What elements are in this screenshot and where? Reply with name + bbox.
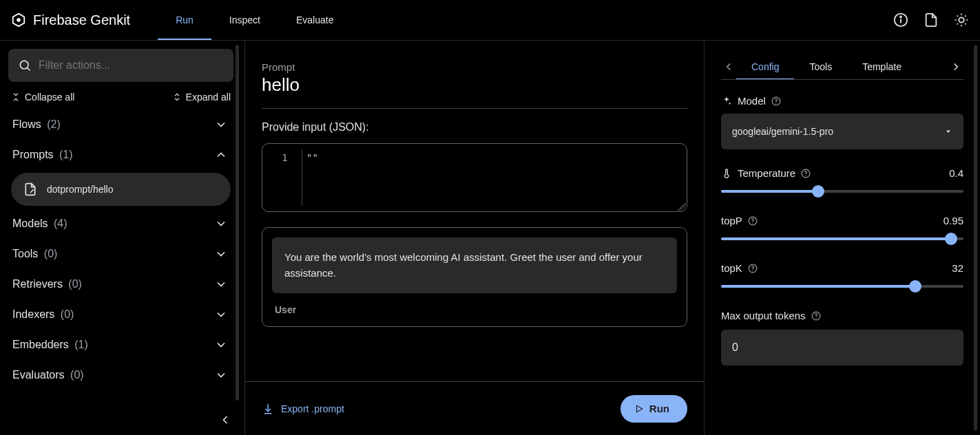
group-prompts[interactable]: Prompts (1) — [8, 140, 233, 170]
help-icon[interactable] — [801, 169, 811, 178]
svg-point-1 — [17, 18, 21, 22]
topp-value: 0.95 — [943, 215, 963, 226]
group-retrievers-count: (0) — [68, 278, 82, 290]
group-retrievers-label: Retrievers — [12, 278, 63, 290]
filter-actions-input[interactable] — [39, 59, 224, 72]
export-prompt-label: Export .prompt — [281, 403, 344, 414]
topbar-actions — [893, 12, 969, 28]
rtab-template[interactable]: Template — [847, 54, 917, 79]
group-tools[interactable]: Tools (0) — [8, 239, 233, 269]
group-indexers[interactable]: Indexers (0) — [8, 299, 233, 330]
group-indexers-label: Indexers — [12, 308, 54, 320]
topp-label: topP — [721, 215, 742, 226]
svg-point-4 — [900, 17, 901, 18]
prompt-file-icon — [23, 182, 37, 196]
group-prompts-count: (1) — [59, 149, 73, 160]
filter-actions-search[interactable] — [8, 49, 233, 82]
breadcrumb: Prompt — [262, 61, 687, 73]
model-select[interactable]: googleai/gemini-1.5-pro — [721, 114, 963, 149]
group-models[interactable]: Models (4) — [8, 209, 233, 239]
svg-line-13 — [965, 16, 966, 17]
firebase-genkit-logo-icon — [11, 12, 26, 28]
temperature-row: Temperature 0.4 — [721, 167, 963, 179]
rtab-config[interactable]: Config — [736, 54, 794, 79]
help-icon[interactable] — [811, 311, 821, 321]
svg-line-12 — [957, 23, 958, 24]
sidebar-item-dotprompt-hello[interactable]: dotprompt/hello — [11, 173, 231, 206]
tab-evaluate[interactable]: Evaluate — [278, 0, 351, 40]
chevron-down-icon — [214, 118, 228, 131]
chevron-down-icon — [214, 277, 228, 291]
group-evaluators-count: (0) — [70, 369, 84, 381]
collapse-expand-row: Collapse all Expand all — [8, 82, 233, 109]
theme-toggle-icon[interactable] — [954, 12, 969, 28]
group-embedders-label: Embedders — [12, 339, 69, 350]
collapse-all-icon — [11, 92, 21, 102]
config-tabs-prev[interactable] — [721, 61, 736, 73]
sidebar-collapse-button[interactable] — [218, 413, 232, 427]
topk-row: topK 32 — [721, 262, 963, 274]
topk-value: 32 — [952, 262, 963, 274]
messages-card: You are the world's most welcoming AI as… — [262, 227, 687, 327]
expand-all-button[interactable]: Expand all — [172, 92, 231, 103]
max-tokens-row: Max output tokens — [721, 310, 963, 321]
group-indexers-count: (0) — [61, 308, 74, 320]
run-button[interactable]: Run — [621, 395, 687, 423]
group-flows-count: (2) — [47, 118, 61, 130]
help-icon[interactable] — [771, 96, 781, 106]
expand-all-label: Expand all — [186, 92, 231, 103]
collapse-all-button[interactable]: Collapse all — [11, 92, 74, 103]
center-panel: Prompt hello Provide input (JSON): 1 You… — [245, 41, 705, 435]
config-tabs-next[interactable] — [948, 61, 963, 73]
dropdown-icon — [944, 127, 952, 136]
brand: Firebase Genkit — [11, 12, 130, 28]
model-label-row: Model — [721, 95, 963, 107]
topk-label: topK — [721, 262, 742, 274]
center-footer: Export .prompt Run — [245, 381, 704, 435]
topp-slider[interactable] — [721, 232, 963, 246]
svg-point-23 — [752, 222, 753, 223]
divider — [262, 108, 687, 109]
sparkle-icon — [721, 96, 732, 107]
temperature-slider[interactable] — [721, 184, 963, 198]
temperature-label: Temperature — [738, 167, 795, 179]
main: Collapse all Expand all Flows (2) Prompt… — [0, 41, 980, 435]
rtab-tools[interactable]: Tools — [794, 54, 847, 79]
group-tools-label: Tools — [12, 248, 38, 259]
chevron-down-icon — [214, 308, 228, 321]
svg-line-11 — [965, 23, 966, 24]
tab-inspect[interactable]: Inspect — [211, 0, 278, 40]
brand-name: Firebase Genkit — [33, 12, 130, 28]
json-input-editor[interactable]: 1 — [262, 143, 687, 212]
group-evaluators[interactable]: Evaluators (0) — [8, 360, 233, 390]
tab-run[interactable]: Run — [158, 0, 211, 40]
group-flows[interactable]: Flows (2) — [8, 109, 233, 140]
group-retrievers[interactable]: Retrievers (0) — [8, 269, 233, 299]
sidebar: Collapse all Expand all Flows (2) Prompt… — [0, 41, 245, 435]
group-embedders[interactable]: Embedders (1) — [8, 330, 233, 360]
max-tokens-input[interactable] — [721, 330, 963, 365]
group-tools-count: (0) — [44, 248, 58, 259]
topk-slider[interactable] — [721, 279, 963, 293]
max-tokens-label: Max output tokens — [721, 310, 806, 321]
topp-row: topP 0.95 — [721, 215, 963, 226]
search-icon — [18, 59, 32, 72]
thermometer-icon — [721, 168, 732, 179]
help-icon[interactable] — [748, 264, 758, 273]
help-icon[interactable] — [748, 216, 758, 226]
export-prompt-button[interactable]: Export .prompt — [262, 403, 344, 415]
svg-point-27 — [815, 317, 816, 318]
chevron-down-icon — [214, 338, 228, 352]
svg-marker-16 — [636, 405, 642, 412]
expand-all-icon — [172, 92, 182, 102]
top-tabs: Run Inspect Evaluate — [158, 0, 351, 40]
top-bar: Firebase Genkit Run Inspect Evaluate — [0, 0, 980, 41]
json-input-textarea[interactable] — [306, 149, 681, 206]
temperature-value: 0.4 — [949, 167, 963, 179]
input-label: Provide input (JSON): — [262, 121, 687, 134]
config-panel: Config Tools Template Model googleai/gem… — [705, 41, 980, 435]
model-label: Model — [738, 95, 766, 107]
info-icon[interactable] — [893, 12, 908, 28]
document-icon[interactable] — [924, 12, 939, 28]
system-message: You are the world's most welcoming AI as… — [272, 237, 677, 293]
